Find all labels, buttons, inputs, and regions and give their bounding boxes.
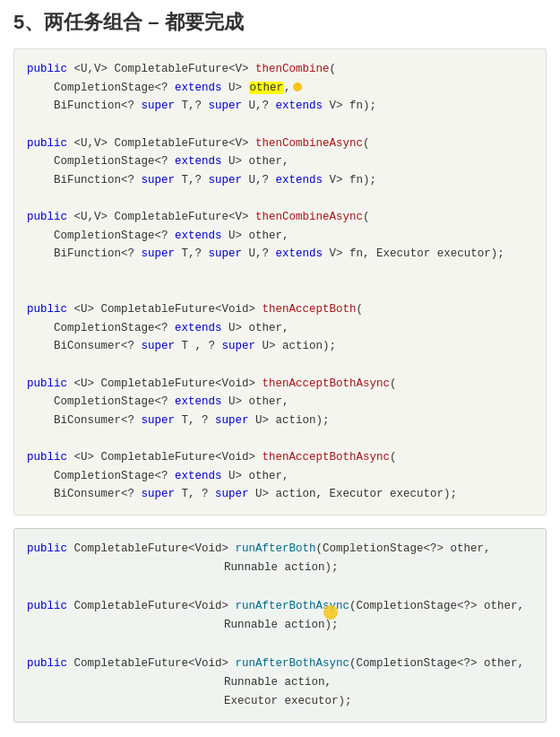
code-line: public <U> CompletableFuture<Void> thenA… xyxy=(27,448,533,467)
code-line: CompletionStage<? extends U> other, xyxy=(27,319,533,338)
code-line xyxy=(27,356,533,375)
code-line: public CompletableFuture<Void> runAfterB… xyxy=(27,655,533,673)
code-block-2: public CompletableFuture<Void> runAfterB… xyxy=(13,528,547,723)
code-line xyxy=(27,430,533,449)
method-name: runAfterBothAsync xyxy=(236,657,350,670)
keyword: super xyxy=(142,100,176,112)
keyword: extends xyxy=(276,247,323,260)
keyword: super xyxy=(142,174,176,186)
code-line xyxy=(27,578,533,597)
code-line: CompletionStage<? extends U> other, xyxy=(27,79,533,98)
keyword: public xyxy=(27,600,67,612)
code-line: Runnable action); xyxy=(27,559,533,577)
code-line: BiFunction<? super T,? super U,? extends… xyxy=(27,171,533,190)
code-line: public <U> CompletableFuture<Void> thenA… xyxy=(27,375,533,394)
keyword: super xyxy=(215,488,249,500)
keyword: super xyxy=(142,247,176,260)
code-line: Runnable action, xyxy=(27,673,533,692)
keyword: super xyxy=(209,174,243,186)
code-line: BiConsumer<? super T, ? super U> action,… xyxy=(27,485,533,504)
code-line: BiConsumer<? super T , ? super U> action… xyxy=(27,337,533,356)
code-line: CompletionStage<? extends U> other, xyxy=(27,467,533,486)
yellow-dot xyxy=(293,82,302,91)
code-line: BiFunction<? super T,? super U,? extends… xyxy=(27,97,533,116)
code-line xyxy=(27,189,533,208)
code-line: public CompletableFuture<Void> runAfterB… xyxy=(27,540,533,559)
code-line: BiConsumer<? super T, ? super U> action)… xyxy=(27,412,533,430)
keyword: super xyxy=(142,340,176,352)
code-line xyxy=(27,635,533,654)
method-name: thenCombineAsync xyxy=(255,137,363,150)
code-line: Runnable action); xyxy=(27,616,533,635)
keyword: extends xyxy=(276,174,323,186)
code-line: Executor executor); xyxy=(27,692,533,711)
keyword: extends xyxy=(175,82,222,94)
code-line: CompletionStage<? extends U> other, xyxy=(27,393,533,412)
keyword: public xyxy=(27,63,67,75)
method-name: thenAcceptBoth xyxy=(263,303,357,316)
code-line xyxy=(27,282,533,301)
keyword: extends xyxy=(175,155,222,168)
code-line xyxy=(27,116,533,134)
method-name: thenAcceptBothAsync xyxy=(263,451,391,464)
keyword: extends xyxy=(175,322,222,334)
method-name: thenCombine xyxy=(255,63,330,75)
code-line: public CompletableFuture<Void> runAfterB… xyxy=(27,597,533,616)
method-name: runAfterBoth xyxy=(236,542,316,555)
code-line xyxy=(27,264,533,282)
keyword: public xyxy=(27,451,67,464)
keyword: public xyxy=(27,657,67,670)
code-line: public <U,V> CompletableFuture<V> thenCo… xyxy=(27,208,533,227)
keyword: super xyxy=(222,340,256,352)
code-line: CompletionStage<? extends U> other, xyxy=(27,227,533,246)
keyword: extends xyxy=(276,100,323,112)
method-name: runAfterBothAsync xyxy=(236,600,350,612)
code-line: public <U,V> CompletableFuture<V> thenCo… xyxy=(27,60,533,79)
keyword: public xyxy=(27,377,67,390)
keyword: public xyxy=(27,542,67,555)
page-wrapper: 5、两任务组合 – 都要完成 public <U,V> CompletableF… xyxy=(0,0,560,737)
highlighted-other: other xyxy=(249,82,285,94)
main-title: 5、两任务组合 – 都要完成 xyxy=(13,9,547,36)
keyword: super xyxy=(209,100,243,112)
keyword: extends xyxy=(175,395,222,408)
method-name: thenCombineAsync xyxy=(255,211,363,223)
keyword: extends xyxy=(175,470,222,482)
code-line: public <U,V> CompletableFuture<V> thenCo… xyxy=(27,134,533,153)
code-line: BiFunction<? super T,? super U,? extends… xyxy=(27,245,533,264)
keyword: super xyxy=(142,414,176,427)
keyword: extends xyxy=(175,230,222,242)
keyword: super xyxy=(142,488,176,500)
keyword: public xyxy=(27,211,67,223)
keyword: public xyxy=(27,303,67,316)
code-block-1: public <U,V> CompletableFuture<V> thenCo… xyxy=(13,48,547,516)
keyword: super xyxy=(215,414,249,427)
code-line: public <U> CompletableFuture<Void> thenA… xyxy=(27,300,533,319)
code-line: CompletionStage<? extends U> other, xyxy=(27,152,533,171)
keyword: public xyxy=(27,137,67,150)
keyword: super xyxy=(209,247,243,260)
method-name: thenAcceptBothAsync xyxy=(263,377,391,390)
